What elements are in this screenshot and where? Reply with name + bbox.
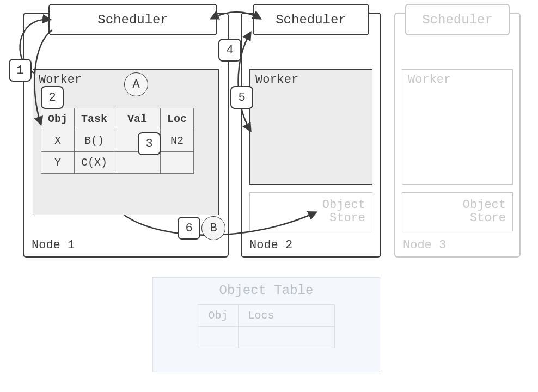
- cell-obj: X: [41, 130, 75, 152]
- object-table-title: Object Table: [153, 283, 380, 298]
- ot-hdr-obj: Obj: [198, 305, 238, 327]
- ot-cell: [198, 327, 238, 348]
- ot-cell: [238, 327, 334, 348]
- marker-B: B: [201, 216, 225, 240]
- cell-task: B(): [75, 130, 114, 152]
- cell-task: C(X): [75, 152, 114, 174]
- ot-hdr-locs: Locs: [238, 305, 334, 327]
- hdr-val: Val: [114, 108, 161, 130]
- cell-loc: N2: [161, 130, 194, 152]
- object-table-box: Object Table Obj Locs: [152, 277, 380, 372]
- hdr-obj: Obj: [41, 108, 75, 130]
- table-row: Y C(X): [41, 152, 194, 174]
- object-table: Obj Locs: [198, 304, 334, 348]
- worker-label: Worker: [39, 73, 82, 87]
- worker-table: Obj Task Val Loc X B() N2 Y C(X): [41, 108, 194, 174]
- scheduler-label: Scheduler: [97, 13, 168, 27]
- object-store-label: Object Store: [322, 199, 365, 225]
- scheduler-label: Scheduler: [276, 13, 346, 27]
- node2-box: Scheduler Worker Object Store Node 2: [241, 13, 381, 258]
- cell-loc: [161, 152, 194, 174]
- node2-worker-box: Worker: [249, 69, 372, 185]
- scheduler-label: Scheduler: [422, 13, 493, 27]
- object-store-label: Object Store: [463, 199, 506, 225]
- table-header-row: Obj Task Val Loc: [41, 108, 194, 130]
- node1-scheduler-box: Scheduler: [48, 4, 217, 35]
- node-label: Node 1: [32, 238, 75, 252]
- marker-4: 4: [218, 39, 241, 62]
- marker-A: A: [124, 72, 148, 96]
- node3-scheduler-box: Scheduler: [405, 4, 510, 35]
- marker-6: 6: [178, 217, 200, 240]
- node-label: Node 2: [249, 238, 292, 252]
- node-label: Node 3: [403, 238, 446, 252]
- hdr-task: Task: [75, 108, 114, 130]
- marker-5: 5: [230, 86, 253, 109]
- node3-box: Scheduler Worker Object Store Node 3: [394, 13, 521, 258]
- node3-object-store-box: Object Store: [402, 192, 513, 231]
- table-row: X B() N2: [41, 130, 194, 152]
- marker-3: 3: [138, 132, 161, 155]
- cell-obj: Y: [41, 152, 75, 174]
- worker-label: Worker: [255, 73, 298, 87]
- node2-object-store-box: Object Store: [249, 192, 372, 231]
- node2-scheduler-box: Scheduler: [253, 4, 369, 35]
- marker-1: 1: [9, 59, 32, 82]
- worker-label: Worker: [408, 73, 451, 87]
- node3-worker-box: Worker: [402, 69, 513, 185]
- hdr-loc: Loc: [161, 108, 194, 130]
- marker-2: 2: [41, 86, 64, 109]
